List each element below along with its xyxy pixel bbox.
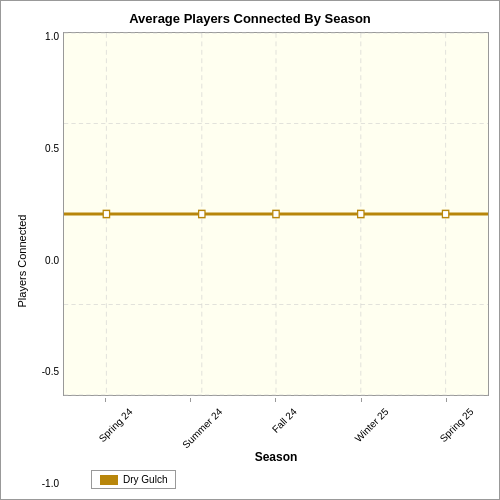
legend-label: Dry Gulch <box>123 474 167 485</box>
y-tick-labels: 1.0 0.5 0.0 -0.5 -1.0 <box>33 32 63 489</box>
x-tick-fall24: Fall 24 <box>256 398 296 448</box>
svg-rect-13 <box>273 210 279 217</box>
chart-body: Players Connected 1.0 0.5 0.0 -0.5 -1.0 <box>11 32 489 489</box>
y-tick--0.5: -0.5 <box>33 367 59 377</box>
x-tick-spring24: Spring 24 <box>86 398 126 448</box>
y-tick-0.0: 0.0 <box>33 256 59 266</box>
y-tick--1.0: -1.0 <box>33 479 59 489</box>
left-col: 1.0 0.5 0.0 -0.5 -1.0 <box>33 32 489 489</box>
svg-rect-11 <box>103 210 109 217</box>
legend-swatch <box>100 475 118 485</box>
x-axis-ticks: Spring 24 Summer 24 Fall 24 Winter 25 <box>63 398 489 448</box>
chart-title: Average Players Connected By Season <box>129 11 371 26</box>
svg-rect-15 <box>442 210 448 217</box>
chart-area-wrap: Spring 24 Summer 24 Fall 24 Winter 25 <box>63 32 489 489</box>
x-tick-summer24: Summer 24 <box>171 398 211 448</box>
y-tick-1.0: 1.0 <box>33 32 59 42</box>
legend-area: Dry Gulch <box>91 470 176 489</box>
y-tick-0.5: 0.5 <box>33 144 59 154</box>
x-tick-spring25: Spring 25 <box>426 398 466 448</box>
x-tick-winter25: Winter 25 <box>341 398 381 448</box>
svg-rect-14 <box>358 210 364 217</box>
svg-rect-12 <box>199 210 205 217</box>
plot-svg <box>64 33 488 395</box>
chart-container: Average Players Connected By Season Play… <box>0 0 500 500</box>
x-axis-title: Season <box>63 450 489 464</box>
y-axis-label: Players Connected <box>11 32 33 489</box>
chart-plot-area <box>63 32 489 396</box>
